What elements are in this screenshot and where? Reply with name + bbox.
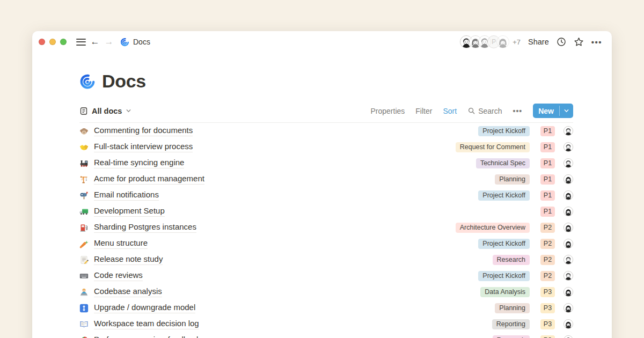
share-button[interactable]: Share	[528, 38, 549, 46]
doc-title-link[interactable]: Full-stack interview process	[94, 142, 193, 152]
search-button[interactable]: Search	[467, 107, 502, 115]
assignee-avatar[interactable]	[564, 223, 573, 232]
doc-type-tag[interactable]: Project Kickoff	[478, 271, 530, 281]
doc-type-tag[interactable]: Project Kickoff	[478, 239, 530, 249]
doc-row[interactable]: Release note study Research P2	[79, 252, 573, 268]
doc-type-tag[interactable]: Reporting	[492, 319, 530, 329]
doc-row[interactable]: Acme for product management Planning P1	[79, 171, 573, 187]
new-doc-dropdown[interactable]	[560, 104, 573, 118]
priority-badge[interactable]: P2	[540, 239, 555, 249]
priority-badge[interactable]: P1	[540, 207, 555, 217]
priority-badge[interactable]: P2	[540, 271, 555, 281]
doc-row[interactable]: Code reviews Project Kickoff P2	[79, 268, 573, 284]
view-selector[interactable]: All docs	[79, 107, 131, 115]
assignee-avatar[interactable]	[564, 158, 573, 168]
back-button[interactable]: ←	[88, 35, 102, 49]
chevron-down-icon	[564, 108, 569, 114]
doc-type-tag[interactable]: Architecture Overview	[456, 223, 530, 233]
sidebar-toggle-button[interactable]	[74, 35, 88, 49]
doc-type-tag[interactable]: Research	[493, 335, 530, 338]
doc-row[interactable]: Menu structure Project Kickoff P2	[79, 236, 573, 252]
minimize-window-button[interactable]	[49, 39, 56, 45]
doc-title-link[interactable]: Release note study	[94, 254, 163, 265]
doc-title-link[interactable]: Code reviews	[94, 270, 143, 281]
up-down-icon	[79, 304, 89, 313]
doc-title-link[interactable]: Workspace team decision log	[94, 319, 199, 329]
titlebar-breadcrumb[interactable]: Docs	[120, 38, 150, 47]
assignee-avatar[interactable]	[564, 239, 573, 248]
assignee-avatar[interactable]	[564, 303, 573, 313]
assignee-avatar[interactable]	[564, 174, 573, 184]
history-button[interactable]	[557, 37, 566, 47]
priority-badge[interactable]: P1	[540, 158, 555, 168]
doc-list: Commenting for documents Project Kickoff…	[79, 123, 573, 338]
doc-type-tag[interactable]: Request for Comment	[456, 142, 530, 152]
doc-type-tag[interactable]: Data Analysis	[480, 287, 530, 297]
doc-title-link[interactable]: Sharding Postgres instances	[94, 222, 196, 233]
priority-badge[interactable]: P2	[540, 255, 555, 265]
forward-arrow-icon: →	[105, 36, 114, 47]
assignee-avatar[interactable]	[564, 255, 573, 264]
priority-badge[interactable]: P2	[540, 223, 555, 233]
priority-badge[interactable]: P1	[540, 174, 555, 185]
doc-type-tag[interactable]: Planning	[495, 174, 530, 185]
favorite-button[interactable]	[574, 37, 584, 47]
assignee-avatar[interactable]	[564, 190, 573, 200]
priority-badge[interactable]: P3	[540, 303, 555, 313]
priority-badge[interactable]: P3	[540, 335, 555, 338]
doc-title-link[interactable]: Acme for product management	[94, 174, 204, 185]
doc-row[interactable]: Performance review feedback Research P3	[79, 332, 573, 338]
doc-row[interactable]: Development Setup P1	[79, 203, 573, 219]
priority-badge[interactable]: P1	[540, 126, 555, 136]
priority-badge[interactable]: P1	[540, 142, 555, 152]
doc-title-link[interactable]: Real-time syncing engine	[94, 158, 184, 168]
doc-row[interactable]: Real-time syncing engine Technical Spec …	[79, 155, 573, 171]
priority-badge[interactable]: P1	[540, 190, 555, 201]
doc-title-link[interactable]: Email notifications	[94, 190, 159, 201]
doc-row[interactable]: Email notifications Project Kickoff P1	[79, 187, 573, 203]
doc-row[interactable]: Full-stack interview process Request for…	[79, 139, 573, 155]
more-options-button[interactable]: •••	[591, 38, 602, 47]
sort-button[interactable]: Sort	[443, 107, 457, 115]
assignee-avatar[interactable]	[564, 319, 573, 329]
assignee-avatar[interactable]	[564, 142, 573, 152]
chevron-down-icon	[126, 108, 131, 114]
keyboard-icon	[79, 271, 89, 281]
doc-title-link[interactable]: Commenting for documents	[94, 126, 193, 136]
close-window-button[interactable]	[39, 39, 45, 45]
doc-title-link[interactable]: Menu structure	[94, 238, 148, 249]
zoom-window-button[interactable]	[60, 39, 67, 45]
filter-button[interactable]: Filter	[415, 107, 432, 115]
doc-type-tag[interactable]: Planning	[495, 303, 530, 313]
titlebar-title: Docs	[133, 38, 150, 46]
doc-type-tag[interactable]: Project Kickoff	[478, 126, 530, 136]
parrot-icon	[79, 336, 89, 338]
technologist-icon	[79, 288, 89, 297]
doc-type-tag[interactable]: Technical Spec	[476, 158, 530, 168]
forward-button[interactable]: →	[102, 35, 116, 49]
doc-title-link[interactable]: Codebase analysis	[94, 286, 162, 297]
new-doc-button[interactable]: New	[533, 104, 573, 118]
assignee-avatar[interactable]	[564, 207, 573, 216]
properties-button[interactable]: Properties	[371, 107, 405, 115]
priority-badge[interactable]: P3	[540, 287, 555, 297]
assignee-avatar[interactable]	[564, 271, 573, 281]
doc-type-tag[interactable]: Project Kickoff	[478, 190, 530, 201]
new-doc-label: New	[533, 104, 559, 118]
doc-type-tag[interactable]: Research	[493, 255, 530, 265]
doc-row[interactable]: Codebase analysis Data Analysis P3	[79, 284, 573, 300]
doc-row[interactable]: Upgrade / downgrade model Planning P3	[79, 300, 573, 316]
assignee-avatar[interactable]	[564, 126, 573, 136]
doc-title-link[interactable]: Development Setup	[94, 206, 165, 217]
doc-title-link[interactable]: Upgrade / downgrade model	[94, 303, 195, 313]
toolbar-more-button[interactable]: •••	[513, 107, 522, 115]
doc-row[interactable]: Sharding Postgres instances Architecture…	[79, 219, 573, 236]
doc-title-link[interactable]: Performance review feedback	[94, 335, 200, 338]
hamburger-icon	[76, 39, 86, 46]
assignee-avatar[interactable]	[564, 287, 573, 297]
priority-badge[interactable]: P3	[540, 319, 555, 329]
doc-row[interactable]: Commenting for documents Project Kickoff…	[79, 123, 573, 139]
doc-row[interactable]: Workspace team decision log Reporting P3	[79, 316, 573, 332]
collaborator-facepile[interactable]: P +7	[460, 35, 521, 48]
assignee-avatar[interactable]	[564, 335, 573, 338]
